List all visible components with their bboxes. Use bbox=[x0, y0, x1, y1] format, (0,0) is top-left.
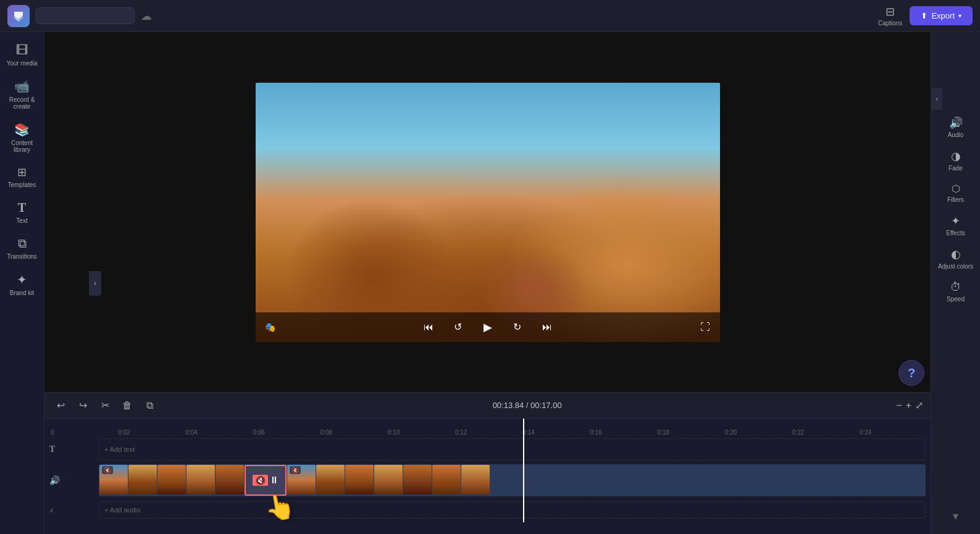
help-button[interactable]: ? bbox=[898, 360, 924, 386]
step-forward-button[interactable]: ↻ bbox=[508, 317, 527, 337]
selected-video-segment[interactable]: 🔇 ⏸ bbox=[245, 465, 287, 496]
sidebar-item-label: Templates bbox=[8, 181, 36, 188]
video-title-input[interactable]: My video bbox=[36, 7, 135, 24]
sidebar-item-text[interactable]: T Text bbox=[2, 196, 42, 229]
fit-timeline-button[interactable]: ⤢ bbox=[915, 399, 923, 411]
mute-badge: 🔇 bbox=[290, 466, 301, 474]
right-tool-fade[interactable]: ◑ Fade bbox=[934, 144, 978, 177]
playhead-line bbox=[523, 436, 524, 522]
effects-icon: ✦ bbox=[951, 214, 960, 228]
add-audio-label: + Add audio bbox=[104, 506, 140, 514]
speed-icon: ⏱ bbox=[950, 281, 961, 294]
topbar: My video ☁ ⊟ Captions ⬆ Export ▾ bbox=[0, 0, 980, 32]
ruler-mark: 0:16 bbox=[588, 429, 656, 436]
delete-button[interactable]: 🗑 bbox=[119, 397, 136, 414]
topbar-right: ⊟ Captions ⬆ Export ▾ bbox=[878, 5, 973, 27]
skip-to-end-button[interactable]: ⏭ bbox=[537, 317, 557, 337]
left-sidebar: 🎞 Your media 📹 Record & create 📚 Content… bbox=[0, 32, 44, 534]
timeline-tracks-wrapper: T + Add text 🔊 bbox=[44, 436, 931, 534]
ruler-mark: 0:14 bbox=[521, 429, 588, 436]
mute-badge: 🔇 bbox=[102, 466, 113, 474]
export-icon: ⬆ bbox=[921, 11, 928, 20]
ruler-mark: 0:12 bbox=[454, 429, 521, 436]
video-track-row: 🔊 🔇 bbox=[49, 463, 926, 498]
fullscreen-button[interactable]: ⛶ bbox=[695, 317, 715, 337]
play-pause-button[interactable]: ▶ bbox=[478, 317, 498, 337]
fade-icon: ◑ bbox=[951, 149, 961, 163]
ruler-mark: 0:24 bbox=[858, 429, 926, 436]
timeline-ruler: 0 0:02 0:04 0:06 0:08 0:10 0:12 0:14 0:1… bbox=[44, 419, 931, 436]
video-track-content: 🔇 🔇 bbox=[99, 464, 926, 496]
zoom-out-button[interactable]: − bbox=[896, 400, 902, 411]
sidebar-item-brand-kit[interactable]: ✦ Brand kit bbox=[2, 267, 42, 301]
sidebar-item-label: Brand kit bbox=[10, 290, 34, 296]
right-tool-label: Audio bbox=[948, 131, 964, 138]
preview-icon-button[interactable]: 🎭 bbox=[261, 317, 280, 337]
zoom-in-button[interactable]: + bbox=[906, 400, 911, 411]
timeline-time-display: 00:13.84 / 00:17.00 bbox=[163, 401, 891, 410]
undo-button[interactable]: ↩ bbox=[52, 397, 69, 414]
add-audio-button[interactable]: + Add audio bbox=[99, 501, 926, 519]
right-tool-label: Adjust colors bbox=[938, 263, 973, 270]
ruler-mark: 0:08 bbox=[319, 429, 387, 436]
right-tool-effects[interactable]: ✦ Effects bbox=[934, 209, 978, 241]
right-tool-adjust-colors[interactable]: ◐ Adjust colors bbox=[934, 243, 978, 275]
right-tool-audio[interactable]: 🔊 Audio bbox=[934, 111, 978, 143]
ruler-mark: 0 bbox=[49, 429, 117, 436]
collapse-right-sidebar-button[interactable]: ▾ bbox=[953, 509, 958, 523]
video-frame bbox=[256, 83, 720, 342]
filters-icon: ⬡ bbox=[952, 183, 960, 194]
brand-kit-icon: ✦ bbox=[17, 272, 27, 287]
transitions-icon: ⧉ bbox=[18, 236, 27, 251]
ruler-mark: 0:02 bbox=[117, 429, 184, 436]
video-segment-1[interactable]: 🔇 bbox=[99, 465, 244, 496]
right-sidebar-toggle-button[interactable]: ‹ bbox=[931, 88, 942, 110]
content-library-icon: 📚 bbox=[14, 122, 30, 137]
export-chevron-icon: ▾ bbox=[958, 12, 961, 19]
text-track-icon: T bbox=[49, 444, 55, 454]
right-sidebar-toggle-area: ‹ bbox=[931, 88, 942, 110]
cloud-save-icon[interactable]: ☁ bbox=[141, 9, 152, 23]
skip-to-start-button[interactable]: ⏮ bbox=[419, 317, 438, 337]
audio-track-icon: ♪ bbox=[49, 506, 53, 514]
sidebar-item-label: Your media bbox=[6, 60, 37, 67]
captions-icon: ⊟ bbox=[886, 5, 895, 19]
text-track-label: T bbox=[49, 444, 99, 454]
your-media-icon: 🎞 bbox=[16, 43, 28, 57]
add-text-button[interactable]: + Add text bbox=[99, 438, 926, 461]
right-tool-speed[interactable]: ⏱ Speed bbox=[934, 276, 978, 307]
sidebar-item-transitions[interactable]: ⧉ Transitions bbox=[2, 232, 42, 265]
right-tool-label: Speed bbox=[947, 296, 965, 302]
duplicate-button[interactable]: ⧉ bbox=[141, 397, 158, 414]
audio-track-label: ♪ bbox=[49, 506, 99, 514]
captions-button[interactable]: ⊟ Captions bbox=[878, 5, 902, 27]
help-label: ? bbox=[908, 366, 915, 380]
audio-track-row: ♪ + Add audio bbox=[49, 500, 926, 520]
right-tool-filters[interactable]: ⬡ Filters bbox=[934, 178, 978, 208]
right-sidebar-collapse: ▾ bbox=[931, 504, 980, 528]
sidebar-item-label: Content library bbox=[5, 140, 40, 153]
ruler-mark: 0:04 bbox=[184, 429, 251, 436]
video-segment-2[interactable]: 🔇 bbox=[287, 465, 490, 496]
video-preview-area: 16:9 🎭 ⏮ ↺ ▶ ↻ ⏭ ⛶ bbox=[44, 32, 931, 392]
right-tool-label: Fade bbox=[949, 165, 963, 172]
sidebar-item-your-media[interactable]: 🎞 Your media bbox=[2, 38, 42, 72]
templates-icon: ⊞ bbox=[17, 165, 27, 179]
playhead-ruler bbox=[523, 419, 524, 436]
cut-button[interactable]: ✂ bbox=[96, 397, 114, 414]
record-create-icon: 📹 bbox=[14, 79, 30, 94]
add-text-label: + Add text bbox=[104, 446, 135, 453]
step-back-button[interactable]: ↺ bbox=[448, 317, 468, 337]
ruler-mark: 0:22 bbox=[791, 429, 858, 436]
export-button[interactable]: ⬆ Export ▾ bbox=[910, 6, 973, 25]
sidebar-item-label: Text bbox=[16, 217, 27, 224]
sidebar-toggle-button[interactable]: › bbox=[89, 271, 101, 296]
sidebar-item-content-library[interactable]: 📚 Content library bbox=[2, 117, 42, 158]
redo-button[interactable]: ↪ bbox=[74, 397, 91, 414]
ruler-mark: 0:10 bbox=[387, 429, 454, 436]
ruler-mark: 0:06 bbox=[251, 429, 319, 436]
sidebar-item-templates[interactable]: ⊞ Templates bbox=[2, 161, 42, 193]
sidebar-item-record-create[interactable]: 📹 Record & create bbox=[2, 74, 42, 115]
text-icon: T bbox=[18, 201, 26, 215]
video-preview bbox=[256, 83, 720, 342]
